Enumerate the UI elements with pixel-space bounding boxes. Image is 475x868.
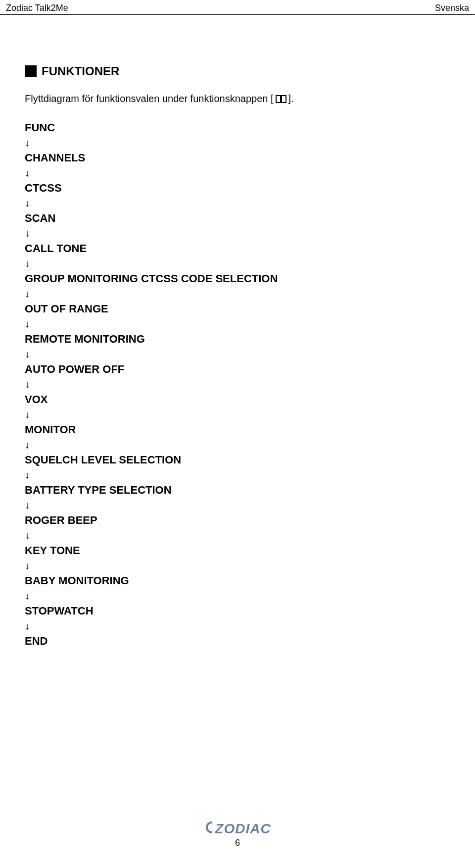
flow-item: MONITOR <box>25 421 450 438</box>
function-flow-list: FUNC↓CHANNELS↓CTCSS↓SCAN↓CALL TONE↓GROUP… <box>25 119 450 649</box>
down-arrow-icon: ↓ <box>25 136 450 150</box>
flow-item: VOX <box>25 391 450 408</box>
down-arrow-icon: ↓ <box>25 287 450 301</box>
flow-item: SQUELCH LEVEL SELECTION <box>25 452 450 468</box>
down-arrow-icon: ↓ <box>25 498 450 512</box>
flow-item: SCAN <box>25 210 450 226</box>
page-header: Zodiac Talk2Me Svenska <box>0 0 475 15</box>
flow-item: CALL TONE <box>25 240 450 256</box>
down-arrow-icon: ↓ <box>25 166 450 180</box>
header-left-text: Zodiac Talk2Me <box>6 3 68 13</box>
page-footer: ZODIAC 6 <box>0 821 475 848</box>
svg-rect-1 <box>282 96 286 102</box>
square-bullet-icon <box>25 65 37 77</box>
down-arrow-icon: ↓ <box>25 619 450 633</box>
down-arrow-icon: ↓ <box>25 468 450 482</box>
flow-item: REMOTE MONITORING <box>25 331 450 347</box>
book-icon <box>276 95 286 103</box>
down-arrow-icon: ↓ <box>25 196 450 210</box>
down-arrow-icon: ↓ <box>25 226 450 240</box>
down-arrow-icon: ↓ <box>25 377 450 391</box>
flow-item: GROUP MONITORING CTCSS CODE SELECTION <box>25 270 450 287</box>
flow-item: ROGER BEEP <box>25 512 450 528</box>
down-arrow-icon: ↓ <box>25 589 450 603</box>
logo-text: ZODIAC <box>215 821 271 837</box>
down-arrow-icon: ↓ <box>25 559 450 572</box>
flow-item: END <box>25 633 450 649</box>
flow-item: CTCSS <box>25 180 450 196</box>
down-arrow-icon: ↓ <box>25 256 450 270</box>
down-arrow-icon: ↓ <box>25 317 450 331</box>
down-arrow-icon: ↓ <box>25 528 450 542</box>
svg-rect-0 <box>276 96 281 102</box>
intro-suffix: ]. <box>288 93 294 104</box>
flow-item: BABY MONITORING <box>25 572 450 589</box>
flow-item: STOPWATCH <box>25 603 450 619</box>
flow-item: BATTERY TYPE SELECTION <box>25 482 450 498</box>
intro-text-row: Flyttdiagram för funktionsvalen under fu… <box>25 93 450 104</box>
zodiac-logo: ZODIAC <box>204 821 271 837</box>
logo-arc-icon <box>204 821 214 837</box>
intro-prefix: Flyttdiagram för funktionsvalen under fu… <box>25 93 274 104</box>
flow-item: AUTO POWER OFF <box>25 361 450 377</box>
down-arrow-icon: ↓ <box>25 438 450 452</box>
section-title: FUNKTIONER <box>42 64 119 78</box>
header-right-text: Svenska <box>435 3 469 13</box>
flow-item: CHANNELS <box>25 150 450 166</box>
flow-item: KEY TONE <box>25 542 450 559</box>
down-arrow-icon: ↓ <box>25 347 450 361</box>
flow-item: FUNC <box>25 119 450 136</box>
down-arrow-icon: ↓ <box>25 408 450 421</box>
main-content: FUNKTIONER Flyttdiagram för funktionsval… <box>0 15 475 649</box>
page-number: 6 <box>0 838 475 848</box>
section-title-row: FUNKTIONER <box>25 64 450 78</box>
flow-item: OUT OF RANGE <box>25 301 450 317</box>
